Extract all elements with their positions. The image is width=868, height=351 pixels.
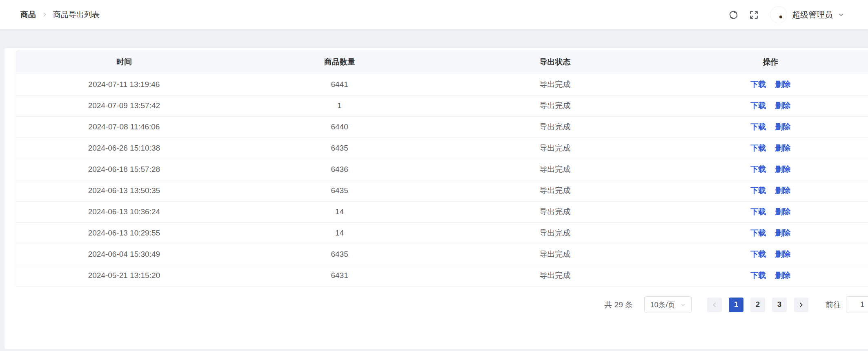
table-row: 2024-05-21 13:15:20 6431 导出完成 下载删除: [16, 265, 868, 286]
page-number-button[interactable]: 3: [772, 298, 787, 312]
table-row: 2024-07-08 11:46:06 6440 导出完成 下载删除: [16, 116, 868, 138]
total-count: 共 29 条: [604, 300, 633, 310]
export-table: 时间 商品数量 导出状态 操作 2024-07-11 13:19:46 6441…: [16, 50, 868, 287]
cell-status: 导出完成: [447, 95, 663, 116]
delete-link[interactable]: 删除: [775, 165, 790, 173]
cell-status: 导出完成: [447, 180, 663, 201]
breadcrumb: 商品 商品导出列表: [20, 9, 100, 20]
cell-time: 2024-06-13 10:29:55: [16, 222, 232, 244]
delete-link[interactable]: 删除: [775, 207, 790, 216]
table-row: 2024-06-26 15:10:38 6435 导出完成 下载删除: [16, 138, 868, 159]
cell-status: 导出完成: [447, 265, 663, 286]
breadcrumb-item-products[interactable]: 商品: [20, 9, 36, 20]
delete-link[interactable]: 删除: [775, 186, 790, 195]
cell-actions: 下载删除: [663, 222, 868, 244]
download-link[interactable]: 下载: [750, 80, 766, 89]
cell-quantity: 14: [232, 201, 447, 222]
cell-status: 导出完成: [447, 244, 663, 265]
goto-label: 前往: [826, 300, 841, 310]
chevron-down-icon: [680, 302, 686, 308]
delete-link[interactable]: 删除: [775, 271, 790, 280]
cell-time: 2024-06-13 10:36:24: [16, 201, 232, 222]
download-link[interactable]: 下载: [750, 207, 766, 216]
cell-status: 导出完成: [447, 116, 663, 138]
download-link[interactable]: 下载: [750, 101, 766, 110]
download-link[interactable]: 下载: [750, 122, 766, 131]
breadcrumb-separator-icon: [42, 12, 47, 18]
table-row: 2024-06-13 10:36:24 14 导出完成 下载删除: [16, 201, 868, 222]
cell-time: 2024-05-21 13:15:20: [16, 265, 232, 286]
cell-actions: 下载删除: [663, 265, 868, 286]
delete-link[interactable]: 删除: [775, 144, 790, 152]
page-size-select[interactable]: 10条/页: [644, 296, 692, 313]
navbar: 商品 商品导出列表 超级管理员: [0, 0, 868, 29]
download-link[interactable]: 下载: [750, 144, 766, 152]
delete-link[interactable]: 删除: [775, 122, 790, 131]
cell-quantity: 6431: [232, 265, 447, 286]
cell-quantity: 6435: [232, 244, 447, 265]
cell-quantity: 1: [232, 95, 447, 116]
cell-time: 2024-06-26 15:10:38: [16, 138, 232, 159]
cell-time: 2024-06-13 13:50:35: [16, 180, 232, 201]
breadcrumb-item-current: 商品导出列表: [53, 9, 100, 20]
cell-actions: 下载删除: [663, 244, 868, 265]
delete-link[interactable]: 删除: [775, 250, 790, 258]
cell-status: 导出完成: [447, 222, 663, 244]
avatar: [770, 6, 787, 23]
content-card: 时间 商品数量 导出状态 操作 2024-07-11 13:19:46 6441…: [4, 48, 868, 349]
table-row: 2024-06-18 15:57:28 6436 导出完成 下载删除: [16, 159, 868, 180]
cell-actions: 下载删除: [663, 180, 868, 201]
goto-page-input[interactable]: [846, 296, 868, 313]
column-header-actions: 操作: [663, 50, 868, 74]
download-link[interactable]: 下载: [750, 165, 766, 173]
column-header-status: 导出状态: [447, 50, 663, 74]
fullscreen-icon[interactable]: [748, 9, 760, 21]
chevron-left-icon: [711, 302, 718, 308]
page-number-button[interactable]: 1: [729, 298, 743, 312]
prev-page-button[interactable]: [707, 298, 722, 312]
column-header-time: 时间: [16, 50, 232, 74]
cell-actions: 下载删除: [663, 95, 868, 116]
delete-link[interactable]: 删除: [775, 80, 790, 89]
cell-status: 导出完成: [447, 159, 663, 180]
navbar-actions: 超级管理员: [728, 6, 844, 23]
cell-quantity: 6435: [232, 180, 447, 201]
cell-actions: 下载删除: [663, 116, 868, 138]
download-link[interactable]: 下载: [750, 229, 766, 237]
cell-quantity: 6436: [232, 159, 447, 180]
column-header-quantity: 商品数量: [232, 50, 447, 74]
table-row: 2024-07-09 13:57:42 1 导出完成 下载删除: [16, 95, 868, 116]
page-size-value: 10条/页: [650, 300, 675, 310]
pager: 123: [707, 298, 808, 312]
cell-status: 导出完成: [447, 74, 663, 95]
pagination: 共 29 条 10条/页 123 前往: [16, 296, 868, 313]
cell-actions: 下载删除: [663, 138, 868, 159]
cell-quantity: 6441: [232, 74, 447, 95]
cell-quantity: 6435: [232, 138, 447, 159]
cell-status: 导出完成: [447, 201, 663, 222]
table-row: 2024-06-13 13:50:35 6435 导出完成 下载删除: [16, 180, 868, 201]
cell-actions: 下载删除: [663, 201, 868, 222]
table-row: 2024-06-04 15:30:49 6435 导出完成 下载删除: [16, 244, 868, 265]
refresh-icon[interactable]: [728, 9, 739, 21]
table-header-row: 时间 商品数量 导出状态 操作: [16, 50, 868, 74]
cell-status: 导出完成: [447, 138, 663, 159]
chevron-down-icon: [838, 11, 844, 18]
download-link[interactable]: 下载: [750, 186, 766, 195]
next-page-button[interactable]: [794, 298, 808, 312]
cell-time: 2024-07-11 13:19:46: [16, 74, 232, 95]
cell-time: 2024-06-04 15:30:49: [16, 244, 232, 265]
cell-quantity: 14: [232, 222, 447, 244]
cell-quantity: 6440: [232, 116, 447, 138]
delete-link[interactable]: 删除: [775, 229, 790, 237]
download-link[interactable]: 下载: [750, 271, 766, 280]
download-link[interactable]: 下载: [750, 250, 766, 258]
delete-link[interactable]: 删除: [775, 101, 790, 110]
chevron-right-icon: [798, 302, 804, 308]
cell-time: 2024-07-08 11:46:06: [16, 116, 232, 138]
cell-time: 2024-06-18 15:57:28: [16, 159, 232, 180]
user-menu[interactable]: 超级管理员: [770, 6, 844, 23]
page-number-button[interactable]: 2: [750, 298, 765, 312]
table-row: 2024-07-11 13:19:46 6441 导出完成 下载删除: [16, 74, 868, 95]
table-row: 2024-06-13 10:29:55 14 导出完成 下载删除: [16, 222, 868, 244]
